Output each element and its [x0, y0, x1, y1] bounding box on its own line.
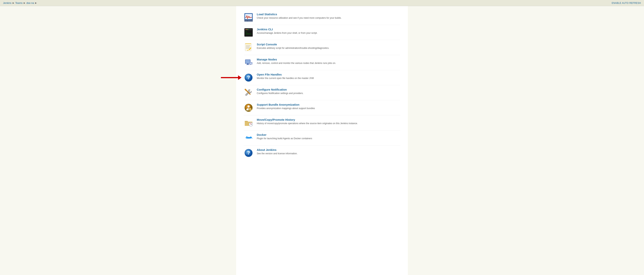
breadcrumb-bar: Jenkins ▶ Teams ▶ dse-na ▶ ENABLE AUTO R… [0, 0, 644, 6]
breadcrumb-sep-1: ▶ [12, 2, 14, 4]
menu-item-open-file-handles: ? Open File HandlesMonitor the current o… [244, 70, 400, 85]
about-jenkins-icon: ? [244, 148, 253, 158]
load-statistics-text: Load StatisticsCheck your resource utili… [257, 12, 400, 20]
svg-point-10 [248, 29, 248, 30]
svg-rect-47 [248, 136, 248, 136]
about-jenkins-desc: See the version and license information. [257, 152, 298, 155]
menu-item-about-jenkins: ? About JenkinsSee the version and licen… [244, 146, 400, 160]
support-bundle-text: Support Bundle AnonymizationProvides ano… [257, 103, 400, 110]
svg-point-49 [246, 137, 247, 138]
arrow-head [238, 75, 242, 80]
breadcrumb-dse-na[interactable]: dse-na [26, 2, 34, 4]
svg-rect-24 [247, 64, 248, 64]
svg-text:?: ? [247, 74, 250, 80]
manage-nodes-desc: Add, remove, control and monitor the var… [257, 62, 336, 64]
svg-text:jenkins: jenkins [246, 33, 251, 35]
script-console-icon [244, 43, 253, 52]
support-bundle-desc: Provides anonymization mappings about su… [257, 107, 315, 110]
manage-nodes-title[interactable]: Manage Nodes [257, 58, 400, 61]
docker-title[interactable]: Docker [257, 133, 400, 136]
jenkins-cli-desc: Access/manage Jenkins from your shell, o… [257, 32, 318, 34]
jenkins-cli-title[interactable]: Jenkins CLI [257, 28, 400, 31]
svg-rect-28 [250, 64, 251, 65]
load-statistics-icon: Load Statistics [244, 12, 253, 22]
breadcrumb-sep-2: ▶ [24, 2, 25, 4]
svg-point-8 [246, 29, 246, 30]
load-statistics-title[interactable]: Load Statistics [257, 12, 400, 16]
configure-notification-title[interactable]: Configure Notification [257, 88, 400, 91]
script-console-text: Script ConsoleExecutes arbitrary script … [257, 43, 400, 50]
svg-rect-48 [249, 136, 250, 136]
move-copy-promote-title[interactable]: Move/Copy/Promote History [257, 118, 400, 121]
svg-line-33 [245, 90, 246, 90]
svg-rect-46 [249, 136, 250, 137]
open-file-handles-text: Open File HandlesMonitor the current ope… [257, 73, 400, 80]
svg-point-9 [247, 29, 248, 30]
svg-text:>_: >_ [246, 31, 248, 33]
menu-item-configure-notification: Configure NotificationConfigures Notific… [244, 85, 400, 100]
svg-rect-25 [246, 64, 249, 65]
svg-rect-27 [250, 62, 252, 64]
breadcrumb-jenkins[interactable]: Jenkins [3, 2, 12, 4]
breadcrumb-arrow-end: ▶ [35, 2, 37, 4]
docker-icon [244, 133, 253, 143]
support-bundle-icon [244, 103, 253, 112]
menu-item-script-console: Script ConsoleExecutes arbitrary script … [244, 40, 400, 55]
arrow-shaft [221, 77, 238, 78]
menu-list: Load Statistics Load StatisticsCheck you… [244, 10, 400, 160]
menu-item-manage-nodes: Manage NodesAdd, remove, control and mon… [244, 55, 400, 70]
manage-nodes-text: Manage NodesAdd, remove, control and mon… [257, 58, 400, 65]
svg-rect-44 [247, 136, 248, 137]
script-console-title[interactable]: Script Console [257, 43, 400, 46]
svg-text:Load Statistics: Load Statistics [244, 20, 253, 21]
configure-notification-desc: Configures Notification settings and pro… [257, 92, 304, 94]
move-copy-promote-text: Move/Copy/Promote HistoryHistory of move… [257, 118, 400, 125]
configure-notification-icon [244, 88, 253, 98]
move-copy-promote-icon [244, 118, 253, 128]
breadcrumb: Jenkins ▶ Teams ▶ dse-na ▶ [3, 2, 37, 4]
about-jenkins-text: About JenkinsSee the version and license… [257, 148, 400, 155]
svg-rect-15 [245, 43, 251, 44]
svg-point-36 [248, 105, 250, 108]
menu-item-move-copy-promote: Move/Copy/Promote HistoryHistory of move… [244, 116, 400, 130]
svg-rect-13 [245, 43, 251, 51]
jenkins-cli-icon: >_ jenkins [244, 28, 253, 37]
about-jenkins-title[interactable]: About Jenkins [257, 148, 400, 152]
breadcrumb-teams[interactable]: Teams [15, 2, 22, 4]
load-statistics-desc: Check your resource utilization and see … [257, 16, 342, 19]
open-file-handles-title[interactable]: Open File Handles [257, 73, 400, 76]
configure-notification-text: Configure NotificationConfigures Notific… [257, 88, 400, 95]
red-arrow-indicator [221, 75, 242, 80]
jenkins-cli-text: Jenkins CLIAccess/manage Jenkins from yo… [257, 28, 400, 35]
menu-item-load-statistics: Load Statistics Load StatisticsCheck you… [244, 10, 400, 25]
main-content: Load Statistics Load StatisticsCheck you… [236, 6, 408, 275]
manage-nodes-icon [244, 58, 253, 67]
menu-item-docker: DockerPlugin for launching build Agents … [244, 130, 400, 146]
svg-text:?: ? [247, 150, 250, 156]
script-console-desc: Executes arbitrary script for administra… [257, 47, 329, 50]
open-file-handles-desc: Monitor the current open file handles on… [257, 77, 314, 80]
support-bundle-title[interactable]: Support Bundle Anonymization [257, 103, 400, 106]
docker-text: DockerPlugin for launching build Agents … [257, 133, 400, 140]
open-file-handles-icon: ? [244, 73, 253, 82]
svg-rect-45 [248, 136, 249, 137]
enable-auto-refresh-link[interactable]: ENABLE AUTO REFRESH [612, 2, 641, 4]
docker-desc: Plugin for launching build Agents as Doc… [257, 137, 312, 140]
move-copy-promote-desc: History of move/copy/promote operations … [257, 122, 358, 125]
menu-item-jenkins-cli: >_ jenkins Jenkins CLIAccess/manage Jenk… [244, 25, 400, 40]
menu-item-support-bundle: Support Bundle AnonymizationProvides ano… [244, 100, 400, 116]
